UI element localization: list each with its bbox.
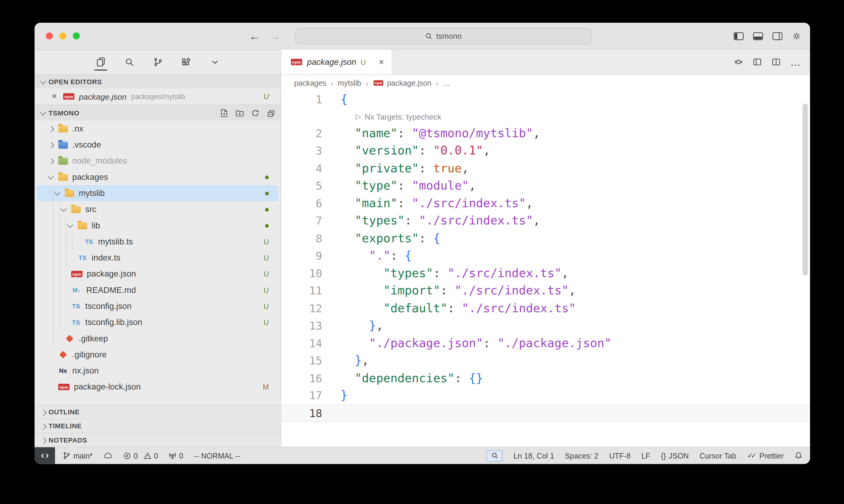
tree-item-label: .nx [72,124,83,133]
tab-close-icon[interactable]: × [379,57,384,67]
npm-icon: npm [71,271,83,277]
code-line-15[interactable]: 15 }, [281,352,810,370]
code-line-1[interactable]: 1{ [281,91,810,109]
notepads-section-header[interactable]: NOTEPADS [35,433,281,447]
tree-item-tsconfig-json[interactable]: TStsconfig.jsonU [37,298,279,314]
chevron-down-icon[interactable] [68,223,77,228]
chevron-right-icon[interactable] [49,127,58,131]
zoom-button[interactable] [73,32,80,39]
command-center-search[interactable]: tsmono [295,28,591,44]
problems-status[interactable]: 0 0 [123,451,158,460]
tree-item-readme-md[interactable]: M↓README.mdU [37,282,279,298]
extensions-view-icon[interactable] [179,53,193,71]
tree-item-gitkeep[interactable]: .gitkeep [37,330,279,346]
code-line-4[interactable]: 4 "private": true, [281,160,810,177]
compare-changes-icon[interactable] [734,57,743,67]
cursor-tab-toggle[interactable]: Cursor Tab [700,451,736,460]
code-token: "./src/index.ts" [455,284,569,297]
language-mode[interactable]: {} JSON [661,451,689,460]
tree-item-nx-json[interactable]: Nxnx.json [37,363,279,379]
toggle-panel-icon[interactable] [753,32,763,40]
code-line-10[interactable]: 10 "types": "./src/index.ts", [281,265,810,282]
toggle-primary-sidebar-icon[interactable] [734,32,744,40]
refresh-icon[interactable] [251,108,259,117]
indentation-setting[interactable]: Spaces: 2 [565,451,599,460]
tree-item-nx[interactable]: .nx [37,121,279,137]
close-editor-icon[interactable]: × [52,92,57,101]
code-token: , [533,126,540,140]
outline-section-header[interactable]: OUTLINE [35,404,281,419]
new-folder-icon[interactable] [236,108,244,117]
cursor-position[interactable]: Ln 18, Col 1 [514,451,554,460]
new-file-icon[interactable] [220,108,228,117]
tree-item-mytslib-ts[interactable]: TSmytslib.tsU [37,234,279,250]
tree-item-vscode[interactable]: .vscode [37,137,279,153]
tree-item-index-ts[interactable]: TSindex.tsU [37,250,279,266]
code-line-2[interactable]: 2 "name": "@tsmono/mytslib", [281,125,810,142]
code-line-8[interactable]: 8 "exports": { [281,230,810,247]
tree-item-mytslib[interactable]: mytslib [37,185,279,201]
explorer-section-header[interactable]: TSMONO [35,105,281,121]
code-line-5[interactable]: 5 "type": "module", [281,177,810,195]
collapse-all-icon[interactable] [267,108,275,117]
tree-item-packages[interactable]: packages [37,169,279,185]
navigate-back-icon[interactable]: ← [249,30,260,43]
breadcrumb-item-packages[interactable]: packages [294,79,326,87]
code-token: true [433,161,462,175]
tree-item-src[interactable]: src [37,201,279,217]
open-editors-header[interactable]: OPEN EDITORS [35,74,281,88]
tree-item-tsconfig-lib-json[interactable]: TStsconfig.lib.jsonU [37,314,279,330]
git-branch-status[interactable]: main* [63,451,92,460]
vim-mode-indicator[interactable]: -- NORMAL -- [194,451,240,460]
code-line-3[interactable]: 3 "version": "0.0.1", [281,142,810,160]
code-line-11[interactable]: 11 "import": "./src/index.ts", [281,282,810,300]
code-editor[interactable]: 1{▷Nx Targets: typecheck2 "name": "@tsmo… [281,91,810,447]
encoding-setting[interactable]: UTF-8 [609,451,631,460]
source-control-view-icon[interactable] [151,53,165,71]
code-line-12[interactable]: 12 "default": "./src/index.ts" [281,300,810,317]
code-line-16[interactable]: 16 "dependencies": {} [281,370,810,387]
search-status-chip[interactable] [486,450,503,462]
code-line-13[interactable]: 13 }, [281,317,810,335]
code-line-7[interactable]: 7 "types": "./src/index.ts", [281,212,810,230]
minimize-button[interactable] [59,32,66,39]
close-button[interactable] [46,32,53,39]
tree-item-package-json[interactable]: npmpackage.jsonU [37,266,279,282]
chevron-right-icon[interactable] [49,143,58,147]
eol-setting[interactable]: LF [641,451,650,460]
code-line-17[interactable]: 17} [281,387,810,404]
tab-package-json[interactable]: npm package.json U × [281,50,392,74]
tree-item-lib[interactable]: lib [37,217,279,234]
open-editor-item[interactable]: × npm package.json packages/mytslib U [35,88,281,105]
codelens-nx-targets[interactable]: ▷Nx Targets: typecheck [331,108,442,125]
editor-scrollbar[interactable] [803,103,808,275]
notifications-bell[interactable] [794,452,803,460]
breadcrumb-item-mytslib[interactable]: mytslib [338,79,361,87]
tree-item-node-modules[interactable]: node_modules [37,153,279,169]
breadcrumb-item-package-json[interactable]: npmpackage.json [373,79,432,87]
code-line-14[interactable]: 14 "./package.json": "./package.json" [281,335,810,352]
code-line-18[interactable]: 18 [281,404,810,422]
split-editor-icon[interactable] [771,57,781,67]
search-view-icon[interactable] [122,53,136,71]
tree-item-package-lock-json[interactable]: npmpackage-lock.jsonM [37,379,279,395]
code-line-6[interactable]: 6 "main": "./src/index.ts", [281,195,810,212]
chevron-down-icon[interactable] [62,207,71,211]
layout-columns-icon[interactable] [753,57,762,67]
timeline-section-header[interactable]: TIMELINE [35,419,281,433]
more-views-chevron-icon[interactable] [208,53,222,71]
ports-status[interactable]: 0 [169,451,184,460]
chevron-right-icon[interactable] [49,159,58,163]
breadcrumb-item--[interactable]: … [443,79,450,87]
code-line-9[interactable]: 9 ".": { [281,247,810,265]
explorer-view-icon[interactable] [94,53,108,71]
formatter-status[interactable]: ✓✓ Prettier [747,451,784,460]
toggle-secondary-sidebar-icon[interactable] [773,32,783,40]
settings-gear-icon[interactable] [792,31,802,41]
remote-indicator[interactable] [35,447,55,464]
chevron-down-icon[interactable] [49,175,58,179]
navigate-forward-icon[interactable]: → [269,30,280,43]
sync-status[interactable] [103,452,113,459]
chevron-down-icon[interactable] [55,191,65,195]
tree-item-gitignore[interactable]: .gitignore [37,346,279,363]
